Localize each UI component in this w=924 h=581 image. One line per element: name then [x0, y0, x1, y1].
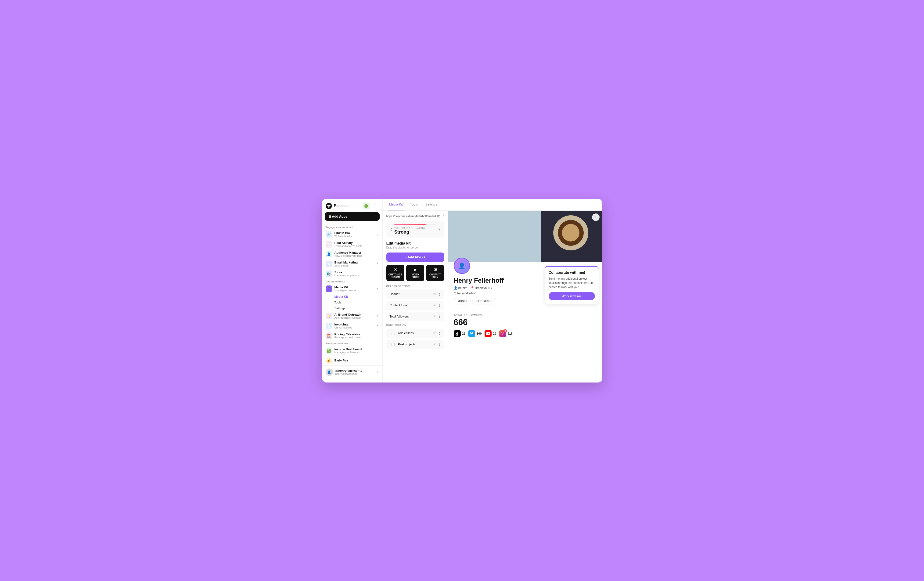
sidebar-item-post-activity[interactable]: 📊 Post Activity Track and analyze posts	[322, 239, 383, 249]
work-with-me-button[interactable]: Work with me	[549, 292, 595, 300]
add-collabs-expand-icon[interactable]: ❯	[438, 331, 441, 335]
section-engage-label: Engage your audience	[322, 224, 383, 229]
preview-panel: ↑ 👤 Henry Fellerhoff 👤 he/him 📍	[448, 211, 602, 383]
add-collabs-label: Add collabs	[398, 331, 414, 335]
collab-title: Collaborate with me!	[549, 271, 595, 275]
pronouns-text: he/him	[459, 286, 467, 290]
customize-design-button[interactable]: ✕ CUSTOMIZEDESIGN	[386, 265, 404, 281]
tag-music: MUSIC	[454, 298, 471, 304]
sidebar-sub-tools[interactable]: Tools	[322, 299, 383, 305]
profile-avatar: 👤	[454, 257, 470, 274]
editor-row-header: Header 👁 ❯	[386, 289, 444, 299]
footer-avatar: 👤	[326, 368, 333, 376]
sidebar-item-ai-brand[interactable]: ✨ AI Brand Outreach Auto-generate outrea…	[322, 311, 383, 321]
link-in-bio-chevron: ∨	[376, 233, 379, 236]
rating-left-chevron[interactable]: ❮	[390, 228, 393, 231]
sidebar-item-email-marketing[interactable]: ✉️ Email Marketing Send emails ∧	[322, 259, 383, 269]
video-pitch-button[interactable]: ▶ VIDEOPITCH	[406, 265, 424, 281]
past-projects-expand-icon[interactable]: ❯	[438, 343, 441, 346]
total-followers-expand-icon[interactable]: ❯	[438, 315, 441, 319]
header-visibility-icon[interactable]: 👁	[433, 292, 436, 296]
social-row: 22 100	[454, 330, 597, 337]
location-icon: 📍	[470, 286, 474, 290]
sidebar-sub-media-kit[interactable]: Media Kit	[322, 294, 383, 299]
pricing-sub: Price sponsored content	[335, 336, 379, 339]
body-section-label: BODY SECTION	[386, 324, 444, 327]
tab-settings[interactable]: Settings	[424, 199, 438, 210]
sidebar-item-pricing[interactable]: 🧮 Pricing Calculator Price sponsored con…	[322, 331, 383, 341]
contact-form-button[interactable]: ✉ CONTACTFORM	[426, 265, 444, 281]
section-business-label: Run your business	[322, 341, 383, 346]
share-button[interactable]: ↑	[592, 213, 599, 221]
invoicing-icon: 📄	[326, 323, 332, 329]
email-marketing-sub: Send emails	[335, 264, 374, 267]
ai-brand-icon: ✨	[326, 313, 332, 319]
income-title: Income Dashboard	[335, 347, 379, 351]
early-pay-title: Early Pay	[335, 359, 379, 362]
invoicing-sub: Create invoices	[335, 326, 374, 329]
tab-tools[interactable]: Tools	[409, 199, 419, 210]
customize-icon: ✕	[394, 267, 397, 272]
share-url-icon[interactable]: ↗	[442, 215, 445, 218]
social-item-youtube: 29	[485, 330, 496, 337]
sidebar-item-audience-manager[interactable]: 👤 Audience Manager View & search your fa…	[322, 249, 383, 259]
sidebar-icons: 🟢 ☰	[363, 203, 379, 210]
media-kit-sub: Your digital resume	[335, 289, 374, 292]
social-item-instagram: 1 515	[499, 330, 513, 337]
notification-icon[interactable]: 🟢	[363, 203, 370, 210]
sidebar-sub-settings[interactable]: Settings	[322, 305, 383, 311]
footer-username: @henryfellerhoff...	[335, 369, 362, 373]
copy-url-icon[interactable]: ⧉	[438, 215, 441, 218]
sidebar-logo-text: Beacons	[334, 204, 348, 208]
sidebar-footer[interactable]: 👤 @henryfellerhoff... henry@beacons.ai ∧	[322, 365, 383, 379]
add-apps-button[interactable]: ⊞ Add Apps	[325, 212, 380, 221]
header-row-label: Header	[389, 292, 400, 296]
tab-media-kit[interactable]: Media Kit	[388, 199, 404, 210]
sidebar-item-early-pay[interactable]: 💰 Early Pay	[322, 356, 383, 365]
contact-form-row-label: Contact form	[389, 304, 407, 307]
sidebar-item-store[interactable]: 🛍️ Store Manage your products	[322, 269, 383, 279]
contact-form-expand-icon[interactable]: ❯	[438, 304, 441, 307]
post-activity-title: Post Activity	[335, 241, 379, 244]
coffee-cup	[553, 215, 588, 251]
rating-right-chevron[interactable]: ❯	[438, 228, 441, 231]
contact-form-visibility-icon[interactable]: 👁	[433, 304, 436, 307]
svg-point-1	[327, 205, 328, 206]
sidebar-item-income[interactable]: 💹 Income Dashboard Manage your finances	[322, 346, 383, 356]
audience-manager-icon: 👤	[326, 251, 332, 257]
preview-inner: ↑ 👤 Henry Fellerhoff 👤 he/him 📍	[448, 211, 602, 383]
header-expand-icon[interactable]: ❯	[438, 292, 441, 296]
twitter-logo	[468, 330, 475, 337]
drag-handle-collabs[interactable]: ⋮⋮	[389, 331, 396, 335]
drag-handle-past-projects[interactable]: ⋮⋮	[389, 343, 396, 346]
email-marketing-title: Email Marketing	[335, 261, 374, 264]
menu-icon[interactable]: ☰	[372, 203, 379, 210]
sidebar-item-invoicing[interactable]: 📄 Invoicing Create invoices ∧	[322, 321, 383, 331]
ai-brand-sub: Auto-generate outreach	[335, 316, 374, 319]
instagram-count: 515	[507, 332, 513, 335]
followers-section: TOTAL FOLLOWERS 666 22	[448, 314, 602, 343]
invoicing-chevron: ∧	[376, 324, 379, 328]
income-sub: Manage your finances	[335, 351, 379, 354]
followers-label: TOTAL FOLLOWERS	[454, 314, 597, 317]
youtube-logo	[485, 330, 492, 337]
add-collabs-visibility-icon[interactable]: 👁	[433, 331, 436, 335]
tag-software: SOFTWARE	[472, 298, 496, 304]
instagram-badge: 1	[504, 329, 507, 332]
income-icon: 💹	[326, 347, 332, 354]
total-followers-visibility-icon[interactable]: 👁	[433, 315, 436, 319]
pricing-icon: 🧮	[326, 332, 332, 339]
editor-row-total-followers: Total followers 👁 ❯	[386, 312, 444, 321]
early-pay-icon: 💰	[326, 357, 332, 364]
collab-card: Collaborate with me! Send me any additio…	[545, 266, 599, 304]
pronouns-item: 👤 he/him	[454, 286, 467, 290]
add-blocks-button[interactable]: + Add blocks	[386, 253, 444, 262]
followers-count: 666	[454, 317, 597, 327]
url-bar: https://beacons.ai/henryfellerhoff/media…	[386, 215, 444, 218]
email-marketing-icon: ✉️	[326, 261, 332, 267]
rating-bar	[394, 224, 436, 225]
editor-panel: https://beacons.ai/henryfellerhoff/media…	[383, 211, 448, 383]
sidebar-item-media-kit[interactable]: 🎵 Media Kit Your digital resume ∧	[322, 284, 383, 294]
past-projects-visibility-icon[interactable]: 👁	[433, 343, 436, 346]
sidebar-item-link-in-bio[interactable]: 🔗 Link In Bio Website builder ∨	[322, 229, 383, 239]
